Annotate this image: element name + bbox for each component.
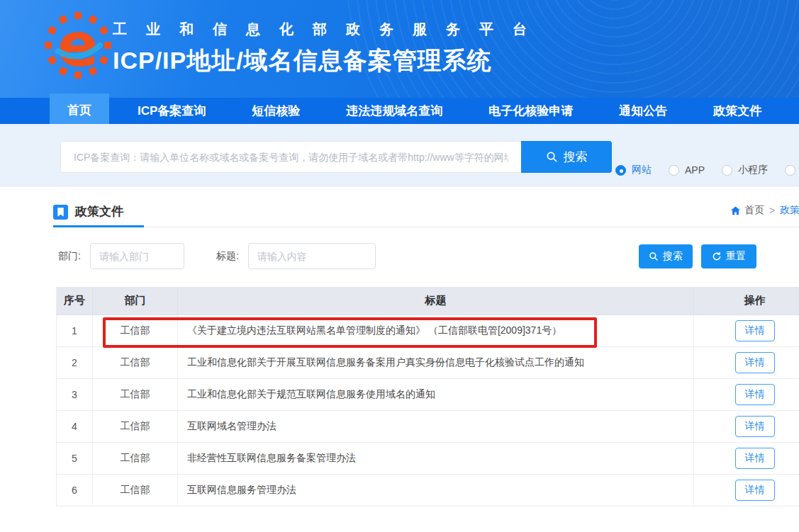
table-row: 3 工信部 工业和信息化部关于规范互联网信息服务使用域名的通知 详情 [57, 379, 799, 411]
cell-no: 6 [57, 475, 93, 506]
nav-item-sms-verify[interactable]: 短信核验 [234, 98, 318, 124]
table-row: 6 工信部 互联网信息服务管理办法 详情 [57, 475, 799, 506]
radio-miniprogram[interactable]: 小程序 [722, 164, 768, 176]
col-header-no: 序号 [57, 287, 93, 315]
cell-dept: 工信部 [93, 411, 178, 443]
table-row: 5 工信部 非经营性互联网信息服务备案管理办法 详情 [57, 443, 799, 475]
cell-dept: 工信部 [93, 315, 178, 347]
cell-dept: 工信部 [93, 379, 178, 411]
detail-button[interactable]: 详情 [735, 448, 775, 469]
cell-title: 非经营性互联网信息服务备案管理办法 [178, 443, 694, 475]
col-header-title: 标题 [178, 287, 694, 315]
radio-website[interactable]: 网站 [615, 164, 652, 176]
magnifier-icon [649, 251, 659, 261]
cell-title: 互联网信息服务管理办法 [178, 475, 694, 506]
cell-dept: 工信部 [93, 347, 178, 379]
radio-app-icon [669, 165, 679, 176]
breadcrumb-home-link[interactable]: 首页 [730, 204, 764, 217]
cell-title: 工业和信息化部关于规范互联网信息服务使用域名的通知 [178, 379, 694, 411]
detail-button[interactable]: 详情 [735, 352, 775, 373]
table-header-row: 序号 部门 标题 操作 [57, 287, 799, 315]
table-row: 4 工信部 互联网域名管理办法 详情 [57, 411, 799, 443]
filter-reset-label: 重置 [726, 250, 746, 263]
filter-search-label: 搜索 [663, 250, 683, 263]
nav-item-home[interactable]: 首页 [50, 94, 109, 124]
policy-table: 序号 部门 标题 操作 1 工信部 《关于建立境内违法互联网站黑名单管理制度的通… [56, 287, 799, 506]
search-section: 搜索 网站 APP 小程序 快应用 [0, 124, 799, 187]
section-divider [53, 227, 799, 227]
cell-no: 5 [57, 443, 93, 475]
filter-bar: 部门: 标题: [58, 243, 376, 269]
cell-title: 互联网域名管理办法 [178, 411, 694, 443]
bookmark-icon [53, 205, 68, 220]
detail-button[interactable]: 详情 [735, 384, 775, 405]
banner: e 工业和信息化部政务服务平台 ICP/IP地址/域名信息备案管理系统 [0, 0, 799, 98]
refresh-icon [712, 251, 722, 261]
radio-miniprogram-label: 小程序 [738, 164, 768, 176]
cell-no: 1 [57, 315, 93, 347]
home-icon [730, 205, 741, 216]
nav-item-icp-query[interactable]: ICP备案查询 [120, 98, 223, 124]
cell-title: 《关于建立境内违法互联网站黑名单管理制度的通知》 （工信部联电管[2009]37… [178, 315, 694, 347]
radio-website-label: 网站 [632, 164, 652, 176]
breadcrumb-home-label: 首页 [744, 204, 764, 217]
col-header-dept: 部门 [93, 287, 178, 315]
cell-dept: 工信部 [93, 475, 178, 506]
table-row: 1 工信部 《关于建立境内违法互联网站黑名单管理制度的通知》 （工信部联电管[2… [57, 315, 799, 347]
breadcrumb-current[interactable]: 政策文件 [780, 204, 799, 217]
cell-dept: 工信部 [93, 443, 178, 475]
radio-app-label: APP [685, 164, 705, 176]
main-nav: 首页 ICP备案查询 短信核验 违法违规域名查询 电子化核验申请 通知公告 政策… [0, 98, 799, 124]
page: e 工业和信息化部政务服务平台 ICP/IP地址/域名信息备案管理系统 首页 I… [0, 0, 799, 532]
system-title: ICP/IP地址/域名信息备案管理系统 [113, 45, 546, 77]
dept-filter-input[interactable] [90, 243, 184, 269]
cell-no: 3 [57, 379, 93, 411]
radio-quickapp[interactable]: 快应用 [785, 164, 799, 176]
section-tab-policy-files[interactable]: 政策文件 [53, 198, 144, 227]
search-type-radios: 网站 APP 小程序 快应用 [615, 164, 799, 176]
nav-item-notices[interactable]: 通知公告 [601, 98, 685, 124]
icp-search-button-label: 搜索 [564, 149, 588, 165]
nav-item-illegal-domain-query[interactable]: 违法违规域名查询 [328, 98, 460, 124]
banner-titles: 工业和信息化部政务服务平台 ICP/IP地址/域名信息备案管理系统 [113, 20, 546, 77]
radio-miniprogram-icon [722, 165, 732, 176]
magnifier-icon [546, 151, 558, 163]
icp-search-input[interactable] [60, 141, 521, 173]
nav-item-e-verification[interactable]: 电子化核验申请 [471, 98, 591, 124]
icp-search-bar: 搜索 [60, 141, 612, 173]
miit-gear-logo-icon: e [44, 11, 112, 79]
title-filter-label: 标题: [216, 250, 239, 263]
table-row: 2 工信部 工业和信息化部关于开展互联网信息服务备案用户真实身份信息电子化核验试… [57, 347, 799, 379]
radio-app[interactable]: APP [669, 164, 705, 176]
cell-no: 4 [57, 411, 93, 443]
title-filter-input[interactable] [248, 243, 376, 269]
detail-button[interactable]: 详情 [735, 416, 775, 437]
platform-title: 工业和信息化部政务服务平台 [113, 20, 546, 39]
radio-website-icon [615, 165, 626, 176]
content-area: 政策文件 首页 > 政策文件 部门: 标题: 搜索 [0, 187, 799, 532]
icp-search-button[interactable]: 搜索 [521, 141, 612, 173]
dept-filter-label: 部门: [58, 250, 81, 263]
svg-text:e: e [57, 11, 99, 79]
detail-button[interactable]: 详情 [735, 480, 775, 501]
radio-quickapp-icon [785, 165, 795, 176]
nav-item-policy-files[interactable]: 政策文件 [695, 98, 779, 124]
col-header-action: 操作 [694, 287, 799, 315]
filter-search-button[interactable]: 搜索 [639, 244, 693, 268]
cell-title: 工业和信息化部关于开展互联网信息服务备案用户真实身份信息电子化核验试点工作的通知 [178, 347, 694, 379]
breadcrumb-separator: > [769, 205, 775, 216]
detail-button[interactable]: 详情 [735, 320, 775, 341]
filter-reset-button[interactable]: 重置 [701, 244, 756, 268]
breadcrumb: 首页 > 政策文件 [730, 204, 799, 217]
section-title: 政策文件 [75, 203, 123, 221]
cell-no: 2 [57, 347, 93, 379]
